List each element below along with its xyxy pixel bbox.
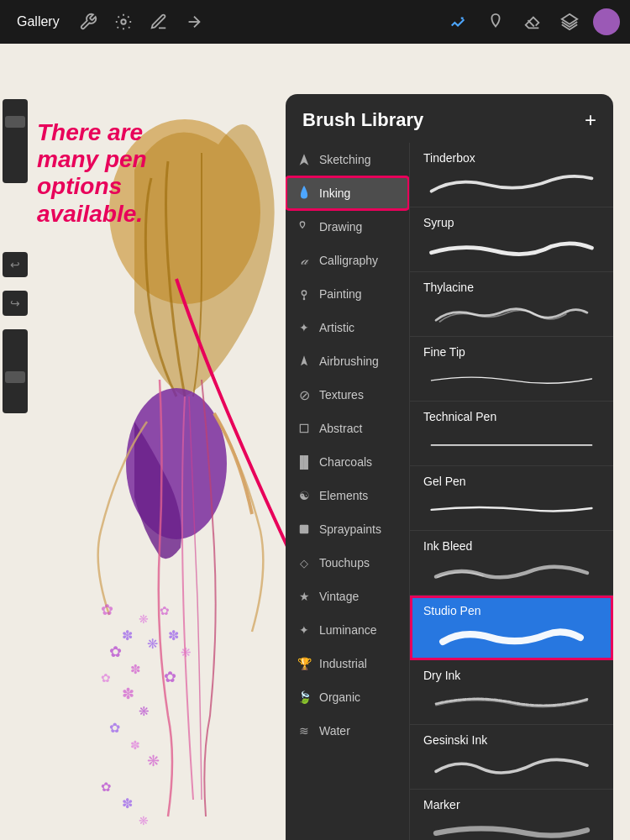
svg-text:✿: ✿ xyxy=(160,604,170,617)
brush-item-thylacine[interactable]: Thylacine xyxy=(410,272,613,337)
calligraphy-label: Calligraphy xyxy=(319,254,378,267)
brush-name-thylacine: Thylacine xyxy=(423,281,600,294)
toolbar: Gallery xyxy=(0,0,630,44)
category-item-spraypaints[interactable]: Spraypaints xyxy=(286,512,409,546)
sketching-icon xyxy=(296,151,312,168)
canvas-area: ✿ ✽ ❋ ✿ ✽ ❋ ✿ ✽ ❋ ✿ ✽ ❋ ✿ ✽ ❋ ✿ ✽ ❋ ✿ Th… xyxy=(0,44,630,840)
touchups-label: Touchups xyxy=(319,556,370,570)
category-item-vintage[interactable]: ★ Vintage xyxy=(286,580,409,613)
artistic-label: Artistic xyxy=(319,321,354,334)
opacity-slider[interactable] xyxy=(3,329,28,413)
svg-text:❋: ❋ xyxy=(139,612,149,626)
category-item-drawing[interactable]: Drawing xyxy=(286,210,409,244)
brush-item-gel-pen[interactable]: Gel Pen xyxy=(410,466,613,531)
panel-header: Brush Library + xyxy=(286,94,613,143)
svg-text:✽: ✽ xyxy=(122,628,133,643)
brush-library-panel: Brush Library + Sketching Inking xyxy=(286,94,613,840)
category-item-calligraphy[interactable]: 𝒶 Calligraphy xyxy=(286,244,409,277)
svg-marker-25 xyxy=(300,154,309,165)
adjust-icon[interactable] xyxy=(110,8,137,35)
category-item-organic[interactable]: 🍃 Organic xyxy=(286,680,409,714)
brush-stroke-ink-bleed xyxy=(423,556,600,590)
category-item-elements[interactable]: ☯ Elements xyxy=(286,479,409,512)
category-item-textures[interactable]: ⊘ Textures xyxy=(286,378,409,412)
brush-item-studio-pen[interactable]: Studio Pen xyxy=(410,596,613,660)
brush-item-marker[interactable]: Marker xyxy=(410,790,613,840)
svg-point-26 xyxy=(302,291,306,295)
panel-title: Brush Library xyxy=(302,109,423,131)
brush-item-dry-ink[interactable]: Dry Ink xyxy=(410,660,613,725)
undo-button[interactable]: ↩ xyxy=(3,252,28,277)
brush-stroke-studio-pen xyxy=(423,621,600,654)
brush-item-fine-tip[interactable]: Fine Tip xyxy=(410,337,613,402)
svg-text:✿: ✿ xyxy=(109,721,120,735)
brush-item-technical-pen[interactable]: Technical Pen xyxy=(410,402,613,466)
svg-text:✿: ✿ xyxy=(109,643,122,660)
panel-body: Sketching Inking Drawing 𝒶 Calli xyxy=(286,143,613,840)
spraypaints-label: Spraypaints xyxy=(319,522,381,536)
avatar[interactable] xyxy=(593,8,620,35)
pen-tool-icon[interactable] xyxy=(445,8,472,35)
organic-label: Organic xyxy=(319,690,360,704)
charcoals-icon: ▐▌ xyxy=(296,454,312,470)
category-item-sketching[interactable]: Sketching xyxy=(286,143,409,176)
svg-text:❋: ❋ xyxy=(147,753,160,769)
category-item-artistic[interactable]: ✦ Artistic xyxy=(286,311,409,344)
category-item-water[interactable]: ≋ Water xyxy=(286,714,409,748)
category-item-airbrushing[interactable]: Airbrushing xyxy=(286,344,409,378)
redo-button[interactable]: ↪ xyxy=(3,291,28,316)
brush-name-studio-pen: Studio Pen xyxy=(423,604,600,617)
drawing-label: Drawing xyxy=(319,220,362,234)
annotation-line1: There are xyxy=(37,119,147,146)
category-item-painting[interactable]: Painting xyxy=(286,277,409,311)
brush-stroke-thylacine xyxy=(423,297,600,331)
arrow-icon[interactable] xyxy=(181,8,207,35)
luminance-label: Luminance xyxy=(319,623,377,637)
category-item-charcoals[interactable]: ▐▌ Charcoals xyxy=(286,445,409,479)
elements-label: Elements xyxy=(319,489,368,502)
painting-icon xyxy=(296,286,312,302)
category-item-luminance[interactable]: ✦ Luminance xyxy=(286,613,409,647)
sketching-label: Sketching xyxy=(319,153,370,166)
brush-name-tinderbox: Tinderbox xyxy=(423,151,600,165)
vintage-label: Vintage xyxy=(319,590,359,603)
drawing-icon xyxy=(296,218,312,235)
brush-stroke-technical-pen xyxy=(423,427,600,460)
category-item-inking[interactable]: Inking xyxy=(286,176,409,210)
layers-icon[interactable] xyxy=(556,8,583,35)
charcoals-label: Charcoals xyxy=(319,455,372,469)
svg-point-27 xyxy=(303,298,304,299)
brush-item-tinderbox[interactable]: Tinderbox xyxy=(410,143,613,207)
left-sidebar: ↩ ↪ xyxy=(0,94,30,413)
brush-item-ink-bleed[interactable]: Ink Bleed xyxy=(410,531,613,596)
svg-rect-30 xyxy=(300,525,309,534)
svg-text:✿: ✿ xyxy=(101,671,111,685)
svg-text:✿: ✿ xyxy=(164,669,176,685)
elements-icon: ☯ xyxy=(296,487,312,504)
brush-name-gesinski-ink: Gesinski Ink xyxy=(423,733,600,747)
svg-text:✽: ✽ xyxy=(130,738,140,752)
svg-point-0 xyxy=(121,19,126,24)
category-item-abstract[interactable]: Abstract xyxy=(286,412,409,445)
brush-item-gesinski-ink[interactable]: Gesinski Ink xyxy=(410,725,613,790)
eraser-icon[interactable] xyxy=(519,8,546,35)
script-icon[interactable] xyxy=(145,8,172,35)
add-brush-button[interactable]: + xyxy=(585,110,596,130)
brush-item-syrup[interactable]: Syrup xyxy=(410,207,613,272)
category-item-touchups[interactable]: ◇ Touchups xyxy=(286,546,409,580)
brush-stroke-marker xyxy=(423,815,600,840)
smudge-icon[interactable] xyxy=(482,8,509,35)
gallery-button[interactable]: Gallery xyxy=(10,11,66,33)
wrench-icon[interactable] xyxy=(75,8,102,35)
svg-marker-28 xyxy=(301,355,307,365)
brush-stroke-gel-pen xyxy=(423,491,600,525)
brush-name-dry-ink: Dry Ink xyxy=(423,669,600,682)
abstract-label: Abstract xyxy=(319,422,362,435)
category-item-industrial[interactable]: 🏆 Industrial xyxy=(286,647,409,680)
svg-text:✽: ✽ xyxy=(168,628,179,643)
annotation-line4: available. xyxy=(37,201,147,228)
brush-size-slider[interactable] xyxy=(3,99,28,183)
svg-text:✿: ✿ xyxy=(101,601,113,618)
inking-label: Inking xyxy=(319,186,350,200)
vintage-icon: ★ xyxy=(296,588,312,605)
